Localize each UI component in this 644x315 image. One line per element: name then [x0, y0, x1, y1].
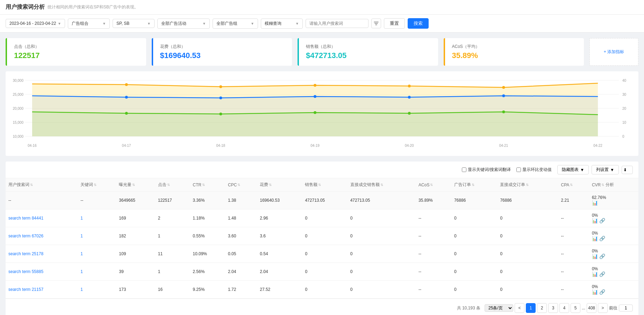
prev-page-button[interactable]: < [515, 303, 524, 313]
page-size-selector[interactable]: 25条/页 50条/页 100条/页 [485, 304, 513, 312]
col-acos[interactable]: ACoS⇅ [416, 178, 451, 192]
row-direct-orders: 0 [497, 245, 558, 263]
sort-icon[interactable]: ⇅ [472, 183, 474, 187]
row-ad-orders: 0 [451, 281, 497, 299]
bar-chart-icon[interactable]: 📊 [592, 218, 598, 223]
kpi-clicks-label: 点击（总和） [14, 44, 139, 50]
col-clicks[interactable]: 点击⇅ [155, 178, 190, 192]
row-keywords[interactable]: 1 [78, 245, 116, 263]
chart-icon[interactable]: 📊 [592, 200, 598, 206]
row-ctr: 10.09% [190, 245, 225, 263]
search-input[interactable] [306, 19, 368, 28]
show-period-change-checkbox[interactable]: 显示环比变动值 [516, 167, 552, 173]
sort-icon[interactable]: ⇅ [167, 183, 170, 187]
link-icon[interactable]: 🔗 [599, 236, 605, 241]
col-cpc[interactable]: CPC⇅ [225, 178, 257, 192]
page-3-button[interactable]: 3 [548, 303, 558, 313]
download-button[interactable]: ⬇ [622, 166, 633, 174]
sort-icon[interactable]: ⇅ [526, 183, 529, 187]
row-cpa: -- [558, 209, 589, 227]
goto-label: 前往 [609, 305, 617, 311]
svg-point-27 [502, 86, 505, 89]
col-spend[interactable]: 花费⇅ [257, 178, 302, 192]
ad-group-selector[interactable]: 全部广告组 ▼ [213, 19, 258, 29]
bar-chart-icon[interactable]: 📊 [592, 271, 598, 277]
add-metric-button[interactable]: + 添加指标 [589, 38, 638, 66]
row-keywords[interactable]: 1 [78, 263, 116, 281]
col-impressions[interactable]: 曝光量⇅ [116, 178, 155, 192]
bar-chart-icon[interactable]: 📊 [592, 236, 598, 241]
page-2-button[interactable]: 2 [537, 303, 547, 313]
filter-icon[interactable] [371, 19, 381, 28]
download-icon: ⬇ [623, 167, 627, 172]
ad-format-selector[interactable]: SP, SB ▼ [113, 19, 155, 28]
link-icon[interactable]: 🔗 [599, 271, 605, 277]
row-keywords[interactable]: 1 [78, 281, 116, 299]
ad-type-selector[interactable]: 广告组合 ▼ [68, 19, 110, 29]
bar-chart-icon[interactable]: 📊 [592, 253, 598, 259]
link-icon[interactable]: 🔗 [599, 218, 605, 223]
row-acos: -- [416, 281, 451, 299]
search-button[interactable]: 搜索 [408, 18, 429, 29]
svg-point-32 [408, 96, 411, 99]
sort-icon[interactable]: ⇅ [94, 183, 96, 187]
column-settings-button[interactable]: 列设置 ▼ [592, 165, 619, 174]
row-ad-orders: 0 [451, 227, 497, 245]
sort-icon[interactable]: ⇅ [380, 183, 383, 187]
goto-page-input[interactable] [619, 305, 633, 312]
sort-icon[interactable]: ⇅ [570, 183, 573, 187]
sort-icon[interactable]: ⇅ [30, 183, 33, 187]
row-user-query[interactable]: search term 25178 [6, 245, 78, 263]
summary-keywords: -- [78, 192, 116, 209]
sort-icon[interactable]: ⇅ [237, 183, 240, 187]
page-5-button[interactable]: 5 [571, 303, 580, 313]
col-direct-orders[interactable]: 直接成交订单⇅ [497, 178, 558, 192]
col-cvr[interactable]: CVR⇅分析 [589, 178, 638, 192]
page-4-button[interactable]: 4 [559, 303, 569, 313]
show-keyword-translation-checkbox[interactable]: 显示关键词/搜索词翻译 [462, 167, 511, 173]
col-cpa[interactable]: CPA⇅ [558, 178, 589, 192]
row-direct-orders: 0 [497, 209, 558, 227]
row-clicks: 1 [155, 227, 190, 245]
match-type-selector[interactable]: 模糊查询 ▼ [261, 19, 303, 29]
col-direct-sales[interactable]: 直接成交销售额⇅ [348, 178, 416, 192]
row-user-query[interactable]: search term 67026 [6, 227, 78, 245]
sort-icon[interactable]: ⇅ [601, 183, 604, 187]
row-user-query[interactable]: search term 55885 [6, 263, 78, 281]
summary-user-query: -- [6, 192, 78, 209]
sort-icon[interactable]: ⇅ [269, 183, 272, 187]
link-icon[interactable]: 🔗 [599, 289, 605, 295]
col-sales[interactable]: 销售额⇅ [302, 178, 347, 192]
col-ctr[interactable]: CTR⇅ [190, 178, 225, 192]
date-range-picker[interactable]: 2023-04-16 - 2023-04-22 ▼ [6, 19, 65, 28]
kpi-clicks: 点击（总和） 122517 [6, 38, 146, 66]
svg-text:04-22: 04-22 [593, 144, 602, 148]
kpi-sales: 销售额（总和） $472713.05 [298, 38, 438, 66]
table-row: search term 21157 1 173 16 9.25% 1.72 27… [6, 281, 638, 299]
row-user-query[interactable]: search term 84441 [6, 209, 78, 227]
sort-icon[interactable]: ⇅ [132, 183, 135, 187]
kpi-spend-label: 花费（总和） [160, 44, 285, 50]
table-row: search term 55885 1 39 1 2.56% 2.04 2.04… [6, 263, 638, 281]
sort-icon[interactable]: ⇅ [318, 183, 321, 187]
hide-chart-button[interactable]: 隐藏图表 ▼ [557, 165, 589, 174]
campaign-selector[interactable]: 全部广告活动 ▼ [157, 19, 210, 29]
col-keywords[interactable]: 关键词⇅ [78, 178, 116, 192]
row-keywords[interactable]: 1 [78, 227, 116, 245]
summary-cvr: 62.76% 📊 [589, 192, 638, 209]
col-ad-orders[interactable]: 广告订单⇅ [451, 178, 497, 192]
link-icon[interactable]: 🔗 [599, 253, 605, 259]
summary-cpc: 1.38 [225, 192, 257, 209]
sort-icon[interactable]: ⇅ [202, 183, 205, 187]
sort-icon[interactable]: ⇅ [430, 183, 433, 187]
col-user-query[interactable]: 用户搜索词⇅ [6, 178, 78, 192]
row-ctr: 9.25% [190, 281, 225, 299]
bar-chart-icon[interactable]: 📊 [592, 289, 598, 295]
svg-text:04-16: 04-16 [28, 144, 37, 148]
next-page-button[interactable]: > [598, 303, 608, 313]
last-page-button[interactable]: 408 [587, 303, 596, 313]
reset-button[interactable]: 重置 [384, 18, 405, 29]
page-1-button[interactable]: 1 [526, 303, 536, 313]
row-keywords[interactable]: 1 [78, 209, 116, 227]
row-user-query[interactable]: search term 21157 [6, 281, 78, 299]
